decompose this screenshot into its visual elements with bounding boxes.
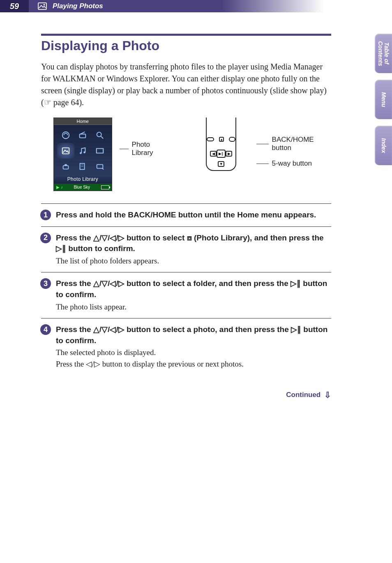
figure-row: Home Photo Library ▶ ♪ Blue Sky [53,118,331,191]
home-icon-video [91,143,108,159]
page-header: 59 Playing Photos [0,0,392,12]
dpad-center-icon: ▶∥ [217,150,226,158]
outline-btn-back-home [229,137,235,142]
home-icon-radio [74,127,92,143]
svg-rect-3 [80,134,86,138]
svg-rect-10 [97,149,104,153]
continued-label: Continued [286,391,321,399]
photo-icon [38,2,47,10]
svg-point-2 [62,132,69,139]
tab-menu[interactable]: Menu [375,80,392,119]
home-icon-settings [57,159,74,174]
intro-paragraph: You can display photos by transferring p… [41,61,331,108]
step-4-desc: The selected photo is displayed. Press t… [56,347,331,369]
callout-5way: 5-way button [256,159,331,168]
step-1: 1 Press and hold the BACK/HOME button un… [41,203,331,226]
home-icon-shuffle [91,159,108,174]
header-fade [222,0,392,12]
outline-btn-up: ▲ [219,137,224,142]
step-3-title: Press the △/▽/◁/▷ button to select a fol… [56,278,331,300]
content: Displaying a Photo You can display photo… [0,12,392,400]
step-2-desc: The list of photo folders appears. [56,255,331,267]
home-icon-photo-selected [57,143,74,159]
dpad-right-icon: ▶ [226,151,232,157]
home-icon-playlist [74,159,92,174]
svg-point-8 [80,152,82,154]
step-number-badge: 3 [40,278,51,289]
callout-photo-library: Photo Library [120,141,171,157]
svg-point-5 [97,132,101,137]
step-1-title: Press and hold the BACK/HOME button unti… [56,210,331,221]
outline-btn-left [207,137,214,141]
svg-rect-14 [65,164,67,166]
svg-rect-18 [97,164,103,168]
step-number-badge: 4 [40,324,51,335]
steps-list: 1 Press and hold the BACK/HOME button un… [41,203,331,375]
screen-playbar: ▶ ♪ Blue Sky [54,184,112,191]
device-screen-mock: Home Photo Library ▶ ♪ Blue Sky [53,118,112,191]
down-arrow-icon: ⇩ [324,390,331,399]
svg-line-6 [101,136,104,139]
dpad-left-icon: ◀ [210,151,217,157]
step-number-badge: 2 [40,233,51,243]
battery-icon [101,185,109,189]
step-3-desc: The photo lists appear. [56,301,331,313]
heading-rule [41,34,331,36]
page-number: 59 [0,0,29,12]
dpad-down-icon: ▼ [218,161,224,167]
step-4-title: Press the △/▽/◁/▷ button to select a pho… [56,324,331,346]
tab-index[interactable]: Index [375,126,392,165]
svg-point-1 [44,4,45,6]
screen-selection-label: Photo Library [54,175,112,184]
screen-home-grid [54,125,112,175]
home-icon-search [91,127,108,143]
svg-rect-13 [63,166,68,169]
step-4: 4 Press the △/▽/◁/▷ button to select a p… [41,318,331,375]
callout-col-right: BACK/HOME button 5-way button [256,136,331,168]
home-icon-music [74,143,92,159]
step-2-title: Press the △/▽/◁/▷ button to select ⧈ (Ph… [56,233,331,254]
callout-5way-label: 5-way button [272,159,312,168]
side-tabs: Table of Contents Menu Index [375,34,392,165]
device-outline: ▲ ◀ ▶ ▶∥ ▼ [190,118,249,181]
page-title: Displaying a Photo [41,38,331,53]
callout-photo-library-label: Photo Library [132,141,171,157]
step-2: 2 Press the △/▽/◁/▷ button to select ⧈ (… [41,226,331,272]
svg-point-9 [84,151,86,153]
callout-back-home: BACK/HOME button [256,136,331,152]
step-number-badge: 1 [40,210,51,220]
outline-5way: ◀ ▶ ▶∥ ▼ [211,144,231,164]
section-title: Playing Photos [53,2,103,10]
step-3: 3 Press the △/▽/◁/▷ button to select a f… [41,272,331,318]
screen-song-title: Blue Sky [74,185,90,189]
callout-col-left: Photo Library [120,141,171,157]
continued-indicator: Continued ⇩ [41,390,331,400]
home-icon-nowplaying [57,127,74,143]
tab-table-of-contents[interactable]: Table of Contents [375,34,392,73]
callout-back-home-label: BACK/HOME button [272,136,331,152]
play-indicator-icon: ▶ ♪ [56,185,63,189]
screen-topbar: Home [54,118,112,125]
